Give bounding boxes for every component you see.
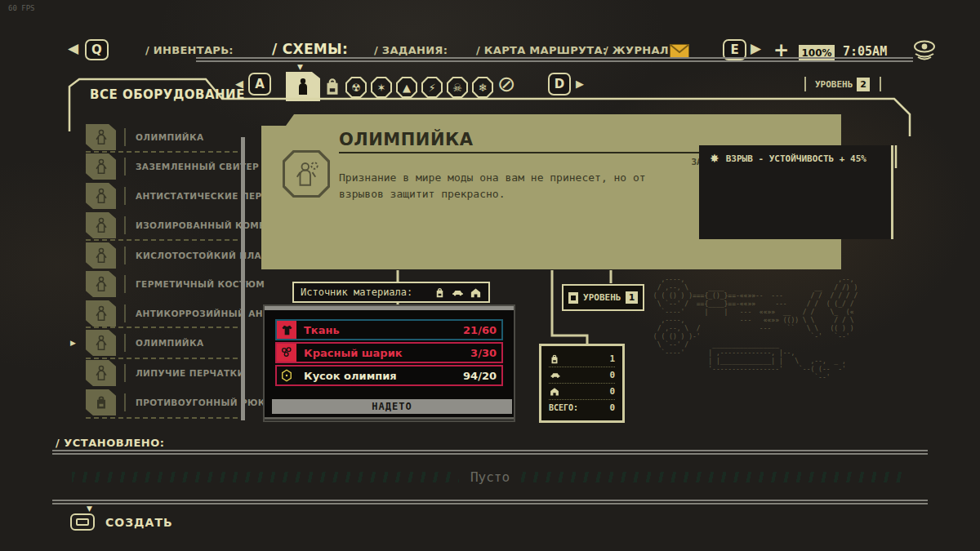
level-divider-left — [804, 77, 806, 91]
nav-prev-arrow-icon[interactable]: ◀ — [68, 42, 78, 56]
installed-top-rule — [52, 450, 928, 451]
tab-tasks[interactable]: / ЗАДАНИЯ: — [374, 44, 448, 56]
backpack-icon — [434, 287, 446, 299]
backpack-icon — [549, 353, 560, 365]
sidebar-item-grounded-sweater[interactable]: ЗАЗЕМЛЕННЫЙ СВИТЕР — [69, 152, 243, 181]
count-row-total: ВСЕГО: 0 — [549, 400, 615, 415]
installed-section-title: / УСТАНОВЛЕНО: — [56, 437, 164, 449]
installed-bottom-rule — [52, 500, 928, 501]
car-icon — [549, 370, 562, 380]
count-row-house: 0 — [549, 384, 615, 400]
schematic-level-label: УРОВЕНЬ — [583, 292, 621, 303]
equipment-suit-icon — [86, 183, 116, 209]
poison-icon: ☠ — [448, 78, 466, 96]
toxic-icon: ▲ — [398, 78, 416, 96]
material-row-red-ball[interactable]: Красный шарик 3/30 — [275, 342, 503, 363]
radiation-icon: ☢ — [347, 78, 365, 96]
eye-icon[interactable] — [912, 40, 937, 61]
create-button-label: СОЗДАТЬ — [105, 516, 173, 529]
sidebar-scrollbar[interactable] — [241, 137, 245, 420]
blast-icon: ✸ — [710, 152, 719, 165]
category-tab-suits[interactable] — [286, 72, 320, 101]
fps-counter: 60 FPS — [8, 4, 35, 12]
sidebar-item-sticky-gloves[interactable]: ЛИПУЧИЕ ПЕРЧАТКИ — [69, 358, 243, 388]
sidebar-item-anticorrosion-anorak[interactable]: АНТИКОРРОЗИЙНЫЙ АНОРАК — [69, 299, 243, 328]
sidebar-item-hermetic-suit[interactable]: ГЕРМЕТИЧНЫЙ КОСТЮМ — [69, 269, 243, 299]
category-tab-prohibited[interactable]: ⊘ — [497, 73, 516, 95]
player-level-value: 2 — [857, 78, 870, 91]
equipment-backpack-icon — [86, 389, 116, 415]
house-icon — [470, 287, 482, 299]
olympium-hexagon-icon — [277, 367, 296, 384]
tab-route-map[interactable]: / КАРТА МАРШРУТА: — [476, 44, 607, 56]
equipment-suit-icon — [86, 242, 116, 269]
suit-icon — [293, 77, 313, 96]
schematic-level-badge: УРОВЕНЬ 1 — [562, 284, 644, 311]
equipment-suit-icon — [86, 124, 116, 150]
sidebar-item-insulated-overalls[interactable]: ИЗОЛИРОВАННЫЙ КОМБИНЕЗОН — [69, 211, 243, 240]
sidebar-title: ВСЕ ОБОРУДОВАНИЕ — [90, 87, 245, 102]
explosion-icon: ✶ — [372, 78, 390, 96]
equipment-suit-icon — [86, 360, 116, 386]
category-tab-radiation[interactable]: ☢ — [345, 77, 367, 98]
car-icon — [451, 287, 465, 299]
tab-journal[interactable]: / ЖУРНАЛ: — [604, 44, 673, 56]
create-button[interactable]: СОЗДАТЬ — [70, 513, 173, 531]
category-tab-explosion[interactable]: ✶ — [371, 77, 392, 98]
list-separator — [86, 151, 238, 153]
storage-counts-panel: 1 0 0 ВСЕГО: 0 — [539, 344, 625, 423]
create-pointer-icon: ▼ — [87, 504, 92, 513]
keycap-q[interactable]: Q — [85, 39, 109, 60]
suit-gear-icon — [290, 158, 323, 190]
tab-inventory[interactable]: / ИНВЕНТАРЬ: — [145, 44, 234, 56]
player-level-label: УРОВЕНЬ — [815, 79, 853, 90]
sidebar-item-olympic-jacket-1[interactable]: ОЛИМПИЙКА — [69, 122, 243, 152]
category-tab-electric[interactable]: ⚡ — [421, 77, 443, 98]
topbar-underline — [196, 57, 913, 59]
fabric-tshirt-icon — [277, 321, 296, 339]
detail-stats-box: ✸ ВЗРЫВ - УСТОЙЧИВОСТЬ + 45% — [699, 145, 893, 239]
sidebar-item-antitheft-backpack[interactable]: ПРОТИВОУГОННЫЙ РЮКЗАК — [69, 388, 243, 417]
count-row-car: 0 — [549, 367, 615, 384]
category-tab-cold[interactable]: ❄ — [472, 77, 493, 98]
sidebar-item-antistatic-gloves[interactable]: АНТИСТАТИЧЕСКИЕ ПЕРЧАТКИ — [69, 181, 243, 211]
active-tab-pointer-icon: ▼ — [297, 63, 303, 71]
category-tab-toxic[interactable]: ▲ — [396, 77, 417, 98]
count-row-backpack: 1 — [549, 351, 615, 367]
equipment-suit-icon — [86, 330, 116, 356]
keycap-a[interactable]: A — [248, 73, 271, 96]
material-source-box: Источник материала: — [292, 282, 490, 303]
equipment-suit-icon — [86, 153, 116, 180]
keycap-d[interactable]: D — [548, 73, 571, 96]
category-tab-backpacks[interactable] — [322, 75, 343, 98]
equipped-button[interactable]: НАДЕТО — [272, 399, 512, 414]
cold-icon: ❄ — [474, 78, 492, 96]
detail-item-icon-frame — [283, 150, 330, 198]
equipment-suit-icon — [86, 212, 116, 238]
list-separator — [86, 358, 238, 359]
red-ball-icon — [277, 344, 296, 362]
schematic-level-value: 1 — [626, 291, 638, 304]
category-tab-poison[interactable]: ☠ — [447, 77, 468, 98]
list-separator — [86, 417, 238, 419]
spacebar-key-icon — [70, 513, 95, 531]
detail-description: Признание в мире моды она вам не принесе… — [339, 170, 694, 202]
tab-schemes[interactable]: / СХЕМЫ: — [272, 41, 348, 57]
sidebar-item-olympic-jacket-2-selected[interactable]: ▶ ОЛИМПИЙКА — [69, 328, 243, 358]
category-next-arrow-icon[interactable]: ▶ — [576, 78, 584, 89]
materials-table-top-strip — [265, 306, 514, 310]
wrench-ascii-art: ,----, ,--, / ,--, \ ____ __ / /) ) ( ( … — [649, 276, 858, 382]
materials-table-bottom-strip — [265, 417, 514, 420]
list-separator — [86, 327, 238, 328]
total-label: ВСЕГО: — [549, 403, 578, 412]
material-row-olympium-piece[interactable]: Кусок олимпия 94/20 — [275, 365, 503, 386]
detail-title: ОЛИМПИЙКА — [339, 130, 473, 149]
equipment-suit-icon — [86, 300, 116, 327]
level-divider-right — [880, 77, 881, 91]
material-row-fabric[interactable]: Ткань 21/60 — [275, 319, 503, 340]
nav-next-arrow-icon[interactable]: ▶ — [751, 42, 761, 56]
empty-label: Пусто — [459, 469, 521, 485]
sidebar-item-acidproof-cloak[interactable]: КИСЛОТОСТОЙКИЙ ПЛАЩ — [69, 241, 243, 270]
mail-envelope-icon — [670, 44, 689, 58]
list-separator — [86, 239, 238, 241]
